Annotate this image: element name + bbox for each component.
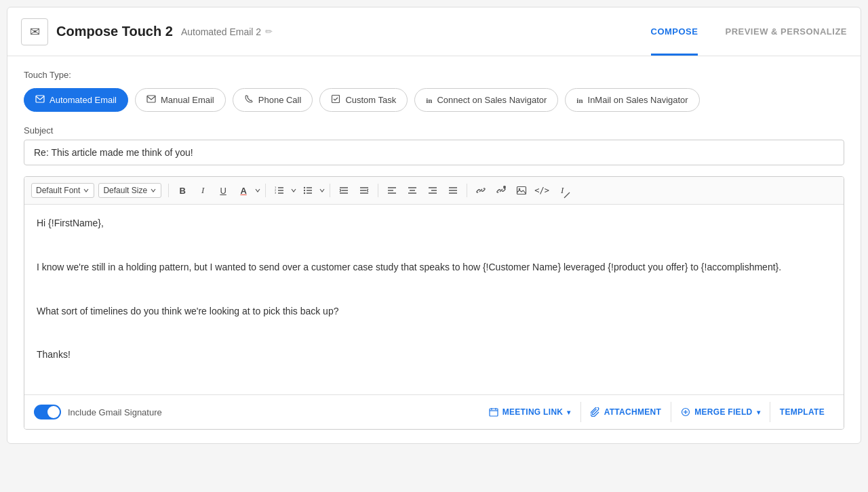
subject-section: Subject [24, 125, 844, 165]
svg-point-10 [304, 190, 305, 191]
toolbar-sep-2 [265, 184, 266, 197]
underline-button[interactable]: U [214, 181, 233, 200]
inmail-sales-nav-label: InMail on Sales Navigator [588, 95, 688, 105]
linkedin-inmail-icon: in [576, 96, 583, 104]
align-justify-button[interactable] [443, 181, 462, 200]
align-left-button[interactable] [382, 181, 401, 200]
italic-button[interactable]: I [193, 181, 212, 200]
toolbar-sep-5 [467, 184, 467, 197]
editor-line-5: What sort of timelines do you think we'r… [37, 304, 831, 319]
touch-type-options: Automated Email Manual Email Phone [24, 88, 844, 112]
header-nav: COMPOSE PREVIEW & PERSONALIZE [651, 7, 848, 56]
align-right-button[interactable] [423, 181, 442, 200]
template-button[interactable]: TEMPLATE [770, 402, 834, 422]
editor-toolbar: Default Font Default Size B I U A 123 [24, 177, 844, 205]
editor-line-1: Hi {!FirstName}, [37, 216, 831, 230]
subject-label: Subject [24, 125, 844, 136]
attachment-icon [591, 407, 600, 417]
editor-line-7: Thanks! [37, 347, 831, 362]
email-icon: ✉ [30, 24, 40, 39]
subject-input[interactable] [24, 140, 844, 165]
btn-manual-email[interactable]: Manual Email [135, 88, 226, 112]
compose-icon: ✉ [21, 18, 48, 45]
btn-connect-sales-nav[interactable]: in Connect on Sales Navigator [414, 88, 558, 112]
font-size-select[interactable]: Default Size [98, 183, 161, 198]
btn-custom-task[interactable]: Custom Task [319, 88, 408, 112]
unordered-list-chevron[interactable] [319, 185, 326, 196]
page-title: Compose Touch 2 [56, 24, 173, 39]
touch-type-label: Touch Type: [24, 70, 844, 80]
editor-body[interactable]: Hi {!FirstName}, I know we're still in a… [24, 205, 844, 394]
svg-rect-2 [332, 96, 340, 103]
editor-line-3: I know we're still in a holding pattern,… [37, 260, 831, 274]
automated-email-label: Automated Email [50, 95, 117, 105]
header-left: ✉ Compose Touch 2 Automated Email 2 ✏ [21, 18, 273, 45]
touch-name: Automated Email 2 [181, 26, 261, 37]
body-content: Touch Type: Automated Email [7, 56, 861, 443]
phone-icon [244, 94, 254, 106]
svg-point-9 [304, 187, 305, 188]
custom-task-icon [331, 94, 340, 106]
special-link-button[interactable] [492, 181, 511, 200]
btn-automated-email[interactable]: Automated Email [24, 88, 128, 112]
automated-email-icon [35, 94, 45, 106]
btn-phone-call[interactable]: Phone Call [233, 88, 313, 112]
svg-text:3: 3 [275, 191, 277, 194]
bold-button[interactable]: B [173, 181, 192, 200]
link-button[interactable] [471, 181, 490, 200]
footer-left: Include Gmail Signature [34, 405, 162, 419]
svg-rect-1 [147, 96, 155, 102]
svg-rect-34 [517, 187, 526, 194]
attachment-button[interactable]: ATTACHMENT [580, 402, 671, 422]
custom-task-label: Custom Task [345, 95, 396, 105]
meeting-link-button[interactable]: MEETING LINK ▾ [479, 402, 580, 422]
font-family-select[interactable]: Default Font [31, 183, 94, 198]
code-button[interactable]: </> [532, 181, 551, 200]
connect-sales-nav-label: Connect on Sales Navigator [437, 95, 547, 105]
font-color-button[interactable]: A [234, 181, 253, 200]
ordered-list-button[interactable]: 123 [270, 181, 289, 200]
svg-point-11 [304, 192, 305, 194]
footer-right: MEETING LINK ▾ ATTACHMENT MERGE FIELD ▾ … [479, 402, 834, 422]
signature-label: Include Gmail Signature [68, 407, 162, 417]
editor-container: Default Font Default Size B I U A 123 [24, 176, 844, 430]
toolbar-sep-4 [378, 184, 378, 197]
align-center-button[interactable] [403, 181, 422, 200]
svg-line-36 [564, 192, 570, 198]
linkedin-connect-icon: in [426, 96, 432, 104]
clear-format-button[interactable]: I [553, 181, 572, 200]
merge-field-icon [681, 407, 690, 417]
btn-inmail-sales-nav[interactable]: in InMail on Sales Navigator [565, 88, 699, 112]
main-container: ✉ Compose Touch 2 Automated Email 2 ✏ CO… [7, 7, 861, 444]
editor-line-4 [37, 281, 831, 296]
indent-right-button[interactable] [355, 181, 374, 200]
svg-rect-37 [490, 409, 498, 416]
image-button[interactable] [512, 181, 531, 200]
manual-email-label: Manual Email [161, 95, 214, 105]
phone-call-label: Phone Call [258, 95, 302, 105]
toolbar-sep-3 [330, 184, 330, 197]
header-subtitle: Automated Email 2 ✏ [181, 26, 273, 37]
ordered-list-chevron[interactable] [290, 185, 297, 196]
header: ✉ Compose Touch 2 Automated Email 2 ✏ CO… [7, 7, 861, 56]
manual-email-icon [146, 94, 156, 106]
edit-icon[interactable]: ✏ [265, 26, 273, 37]
toolbar-sep-1 [168, 184, 169, 197]
merge-field-chevron: ▾ [757, 409, 760, 416]
calendar-icon [489, 407, 498, 417]
merge-field-button[interactable]: MERGE FIELD ▾ [671, 402, 770, 422]
font-color-chevron[interactable] [254, 185, 261, 196]
editor-footer: Include Gmail Signature MEETING LINK ▾ A… [24, 394, 844, 429]
indent-left-button[interactable] [334, 181, 353, 200]
svg-point-33 [503, 186, 506, 188]
unordered-list-button[interactable] [298, 181, 317, 200]
tab-compose[interactable]: COMPOSE [651, 7, 698, 56]
svg-rect-0 [36, 96, 44, 102]
tab-preview[interactable]: PREVIEW & PERSONALIZE [725, 7, 847, 56]
meeting-link-chevron: ▾ [567, 409, 570, 416]
editor-line-2 [37, 237, 831, 252]
gmail-signature-toggle[interactable] [34, 405, 61, 419]
editor-line-6 [37, 325, 831, 340]
